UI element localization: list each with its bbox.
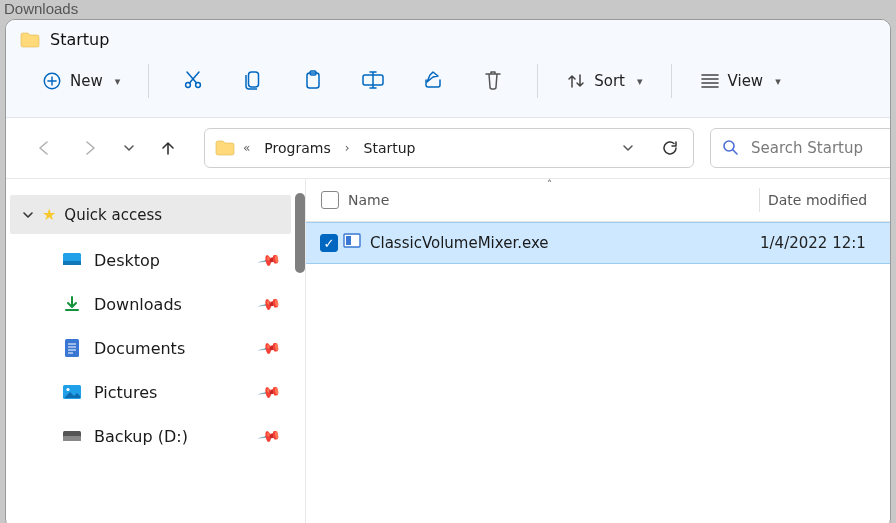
address-dropdown[interactable] [611, 134, 645, 162]
overflow-chevron-icon[interactable]: « [243, 141, 250, 155]
search-box[interactable] [710, 128, 891, 168]
column-name-label: Name [348, 192, 389, 208]
trash-icon [483, 69, 503, 94]
chevron-down-icon [22, 209, 34, 221]
separator [148, 64, 149, 98]
rename-icon [361, 70, 385, 93]
scissors-icon [182, 69, 204, 94]
sort-ascending-icon: ˄ [547, 179, 553, 191]
file-row[interactable]: ✓ ClassicVolumeMixer.exe 1/4/2022 12:1 [306, 222, 890, 264]
sidebar-item-documents[interactable]: Documents 📌 [6, 326, 305, 370]
pin-icon: 📌 [257, 423, 283, 449]
row-checkbox[interactable]: ✓ [306, 234, 340, 252]
paste-button[interactable] [291, 63, 335, 99]
drive-icon [62, 426, 82, 446]
application-icon [342, 231, 362, 255]
sidebar-item-backup-d[interactable]: Backup (D:) 📌 [6, 414, 305, 458]
view-label: View [728, 72, 764, 90]
pin-icon: 📌 [257, 335, 283, 361]
refresh-button[interactable] [653, 134, 687, 162]
scrollbar-thumb[interactable] [295, 193, 305, 273]
new-button[interactable]: New ▾ [32, 65, 130, 97]
svg-rect-10 [65, 339, 79, 357]
sidebar-item-label: Backup (D:) [94, 427, 188, 446]
separator [671, 64, 672, 98]
pin-icon: 📌 [257, 291, 283, 317]
toolbar: New ▾ [6, 55, 890, 118]
quick-access-label: Quick access [64, 206, 162, 224]
pin-icon: 📌 [257, 247, 283, 273]
up-button[interactable] [150, 130, 186, 166]
view-list-icon [700, 71, 720, 91]
sort-button[interactable]: Sort ▾ [556, 65, 652, 97]
svg-rect-3 [249, 72, 259, 87]
search-icon [721, 138, 739, 159]
select-all-checkbox[interactable] [306, 191, 340, 209]
sort-label: Sort [594, 72, 625, 90]
star-icon: ★ [42, 205, 56, 224]
view-button[interactable]: View ▾ [690, 65, 791, 97]
file-name: ClassicVolumeMixer.exe [368, 234, 760, 252]
new-label: New [70, 72, 103, 90]
sort-icon [566, 71, 586, 91]
copy-button[interactable] [231, 63, 275, 99]
pictures-icon [62, 382, 82, 402]
plus-circle-icon [42, 71, 62, 91]
chevron-down-icon: ▾ [637, 75, 643, 88]
address-bar[interactable]: « Programs › Startup [204, 128, 694, 168]
breadcrumb-startup[interactable]: Startup [358, 136, 422, 160]
column-headers: ˄ Name Date modified [306, 179, 890, 222]
forward-button[interactable] [72, 130, 108, 166]
sidebar-item-pictures[interactable]: Pictures 📌 [6, 370, 305, 414]
cut-button[interactable] [171, 63, 215, 99]
breadcrumb-programs[interactable]: Programs [258, 136, 336, 160]
quick-access-group[interactable]: ★ Quick access [10, 195, 291, 234]
clipboard-icon [303, 69, 323, 94]
svg-rect-14 [63, 436, 81, 441]
search-input[interactable] [749, 138, 889, 158]
folder-icon [215, 140, 235, 156]
folder-icon [20, 32, 40, 48]
sidebar-item-desktop[interactable]: Desktop 📌 [6, 238, 305, 282]
recent-locations-button[interactable] [118, 130, 140, 166]
parent-window-label: Downloads [0, 0, 896, 19]
column-header-name[interactable]: ˄ Name [340, 179, 759, 221]
delete-button[interactable] [471, 63, 515, 99]
share-button[interactable] [411, 63, 455, 99]
sidebar-item-downloads[interactable]: Downloads 📌 [6, 282, 305, 326]
navigation-pane: ★ Quick access Desktop 📌 Downloads 📌 [6, 179, 306, 523]
titlebar: Startup [6, 20, 890, 55]
desktop-icon [62, 250, 82, 270]
sidebar-item-label: Downloads [94, 295, 182, 314]
separator [537, 64, 538, 98]
sidebar-item-label: Pictures [94, 383, 157, 402]
svg-point-12 [66, 388, 69, 391]
content-area: ★ Quick access Desktop 📌 Downloads 📌 [6, 179, 890, 523]
copy-icon [243, 69, 263, 94]
chevron-down-icon: ▾ [115, 75, 121, 88]
share-icon [422, 69, 444, 94]
column-header-date[interactable]: Date modified [760, 179, 890, 221]
svg-rect-9 [63, 261, 81, 265]
document-icon [62, 338, 82, 358]
file-date: 1/4/2022 12:1 [760, 234, 890, 252]
file-list-pane: ˄ Name Date modified ✓ ClassicVolumeMixe… [306, 179, 890, 523]
chevron-right-icon: › [345, 141, 350, 155]
explorer-window: Startup New ▾ [5, 19, 891, 523]
sidebar-item-label: Desktop [94, 251, 160, 270]
chevron-down-icon: ▾ [775, 75, 781, 88]
pin-icon: 📌 [257, 379, 283, 405]
window-title: Startup [50, 30, 109, 49]
svg-rect-16 [346, 236, 351, 245]
rename-button[interactable] [351, 63, 395, 99]
download-icon [62, 294, 82, 314]
sidebar-item-label: Documents [94, 339, 185, 358]
back-button[interactable] [26, 130, 62, 166]
navigation-row: « Programs › Startup [6, 118, 890, 179]
